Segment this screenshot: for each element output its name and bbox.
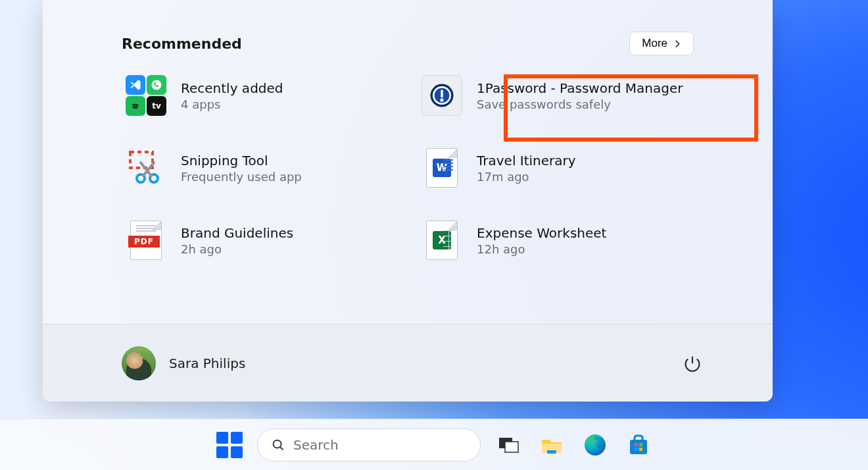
recommended-title: Recommended — [122, 36, 242, 52]
recommended-snipping-tool[interactable]: Snipping Tool Frequently used app — [122, 144, 398, 192]
rec-item-sub: 12h ago — [477, 242, 606, 256]
whatsapp-icon — [150, 78, 163, 91]
pdf-document-icon: PDF — [126, 220, 166, 261]
power-icon — [683, 354, 702, 373]
taskbar: Search — [0, 419, 868, 470]
snipping-tool-icon — [126, 147, 166, 188]
start-menu-panel: Recommended More — [43, 0, 773, 402]
user-name-label: Sara Philips — [169, 355, 245, 371]
svg-point-10 — [274, 440, 281, 448]
rec-item-title: Expense Worksheet — [477, 225, 606, 241]
user-account-button[interactable]: Sara Philips — [122, 346, 245, 380]
rec-item-title: Travel Itinerary — [477, 153, 576, 169]
svg-rect-12 — [505, 442, 518, 452]
rec-item-sub: 17m ago — [477, 170, 576, 184]
rec-item-sub: 4 apps — [181, 97, 283, 111]
power-button[interactable] — [678, 349, 707, 378]
recommended-expense-worksheet[interactable]: X Expense Worksheet 12h ago — [418, 216, 694, 265]
start-button[interactable] — [214, 429, 245, 461]
more-button-label: More — [642, 37, 667, 50]
svg-rect-20 — [639, 448, 642, 451]
edge-button[interactable] — [579, 429, 611, 461]
more-button[interactable]: More — [629, 32, 694, 55]
recommended-recently-added[interactable]: tv Recently added 4 apps — [122, 71, 398, 120]
spotify-icon — [129, 99, 142, 113]
task-view-button[interactable] — [493, 429, 524, 461]
file-explorer-icon — [539, 432, 565, 458]
word-document-icon: W — [422, 147, 462, 188]
task-view-icon — [495, 432, 521, 458]
rec-item-sub: Save passwords safely — [477, 97, 683, 111]
rec-item-sub: Frequently used app — [181, 170, 302, 184]
svg-rect-16 — [630, 440, 647, 454]
svg-point-6 — [440, 98, 443, 101]
microsoft-store-button[interactable] — [623, 429, 654, 461]
taskbar-search[interactable]: Search — [257, 429, 481, 461]
svg-rect-18 — [639, 443, 642, 446]
file-explorer-button[interactable] — [536, 429, 567, 461]
rec-item-sub: 2h ago — [181, 242, 293, 256]
recommended-brand-guidelines[interactable]: PDF Brand Guidelines 2h ago — [122, 216, 398, 265]
recently-added-icon: tv — [126, 75, 166, 116]
recommended-grid: tv Recently added 4 apps 1Password - Pas… — [43, 66, 773, 265]
svg-rect-19 — [635, 448, 638, 451]
recommended-1password[interactable]: 1Password - Password Manager Save passwo… — [418, 71, 694, 120]
recommended-travel-itinerary[interactable]: W Travel Itinerary 17m ago — [418, 144, 694, 192]
svg-point-0 — [152, 80, 162, 90]
rec-item-title: Recently added — [181, 80, 283, 96]
edge-icon — [582, 432, 608, 458]
search-placeholder: Search — [293, 437, 339, 453]
appletv-icon: tv — [152, 101, 161, 111]
rec-item-title: Snipping Tool — [181, 153, 302, 169]
svg-rect-5 — [441, 90, 443, 97]
excel-document-icon: X — [422, 220, 462, 261]
svg-rect-17 — [635, 443, 638, 446]
start-menu-footer: Sara Philips — [43, 324, 773, 402]
1password-icon — [422, 75, 462, 116]
microsoft-store-icon — [625, 432, 652, 458]
search-icon — [271, 438, 285, 452]
vscode-icon — [129, 78, 142, 91]
windows-logo-icon — [216, 432, 243, 458]
svg-rect-14 — [547, 450, 556, 454]
chevron-right-icon — [674, 40, 681, 47]
user-avatar-icon — [122, 346, 156, 380]
rec-item-title: 1Password - Password Manager — [477, 80, 683, 96]
rec-item-title: Brand Guidelines — [181, 225, 293, 241]
recommended-header: Recommended More — [43, 0, 773, 66]
